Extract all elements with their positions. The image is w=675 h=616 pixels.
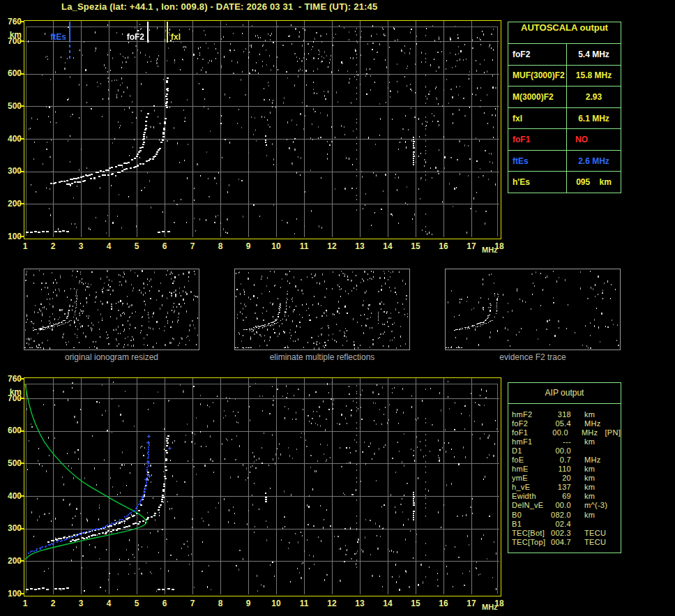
y-tick-mark-100 xyxy=(20,236,24,237)
aip-param-unit: MHz xyxy=(571,419,601,428)
aip-row-yme: ymE20km xyxy=(508,474,621,483)
x-tick-label-6: 6 xyxy=(162,241,167,251)
x-tick-label-1: 1 xyxy=(23,599,28,608)
aip-param-value: 004.7 xyxy=(549,538,571,546)
aip-row-b0: B0082.0km xyxy=(508,510,621,519)
aip-output-table: AIP output hmF2318kmfoF205.4MHzfoF100.0M… xyxy=(508,382,621,553)
aip-row-fof2: foF205.4MHz xyxy=(508,419,621,428)
y-tick-mark-200 xyxy=(20,203,24,204)
x-tick-label-12: 12 xyxy=(327,241,336,251)
aip-param-unit: km xyxy=(571,483,595,491)
x-tick-label-16: 16 xyxy=(439,241,448,251)
x-tick-label-2: 2 xyxy=(51,241,56,251)
y-tick-mark-600 xyxy=(20,430,24,432)
x-tick-label-15: 15 xyxy=(411,241,420,251)
y-axis-unit-label: km xyxy=(0,30,22,40)
y-tick-label-300: 300 xyxy=(0,166,22,176)
x-tick-label-9: 9 xyxy=(246,599,251,608)
aip-param-name: TEC[Bot] xyxy=(508,529,549,537)
aip-row-tecbot: TEC[Bot]002.3TECU xyxy=(508,528,621,537)
y-tick-mark-400 xyxy=(20,495,24,497)
aip-param-name: D1 xyxy=(508,446,549,455)
aip-row-tectop: TEC[Top]004.7TECU xyxy=(508,537,621,546)
aip-param-name: DelN_vE xyxy=(508,501,549,509)
aip-row-hme: hmE110km xyxy=(508,465,621,474)
x-tick-label-17: 17 xyxy=(467,599,476,608)
autoscala-param-value: NO xyxy=(567,129,621,150)
x-tick-label-7: 7 xyxy=(190,599,195,608)
y-tick-mark-760 xyxy=(20,378,24,380)
aip-param-name: foF1 xyxy=(508,428,547,437)
autoscala-row-fof1: foF1NO xyxy=(508,129,621,151)
x-tick-label-17: 17 xyxy=(467,241,476,251)
fxi-marker-line xyxy=(167,22,168,43)
aip-param-value: 110 xyxy=(549,465,571,473)
autoscala-row-fxi: fxI6.1 MHz xyxy=(508,108,621,130)
aip-param-unit: km xyxy=(571,410,595,419)
aip-param-value: 00.0 xyxy=(549,501,571,509)
autoscala-param-value: 2.6 MHz xyxy=(567,151,621,172)
x-tick-label-10: 10 xyxy=(271,599,280,608)
thumbnail-evidence-canvas xyxy=(446,269,620,350)
aip-row-delnve: DelN_vE00.0m^(-3) xyxy=(508,501,621,510)
x-tick-label-4: 4 xyxy=(107,241,112,251)
x-tick-label-11: 11 xyxy=(300,599,309,608)
y-tick-mark-700 xyxy=(20,398,24,399)
aip-param-value: 082.0 xyxy=(549,511,571,519)
aip-row-fof1: foF100.0MHz[PN] xyxy=(508,428,621,437)
aip-table-header: AIP output xyxy=(508,383,621,404)
aip-param-unit: km xyxy=(571,511,595,519)
thumbnail-caption-eliminate: eliminate multiple reflections xyxy=(234,352,410,362)
autoscala-output-table: AUTOSCALA output foF25.4 MHzMUF(3000)F21… xyxy=(508,22,621,193)
station-title: La_Spezia (lat: +44.1 , lon: 009.8) - DA… xyxy=(61,1,377,12)
autoscala-table-header: AUTOSCALA output xyxy=(508,22,621,44)
autoscala-table-body: foF25.4 MHzMUF(3000)F215.8 MHzM(3000)F22… xyxy=(508,44,621,193)
thumbnail-eliminate-reflections xyxy=(234,269,410,350)
autoscala-param-label: foF2 xyxy=(508,44,567,65)
x-axis-unit-label: MHz xyxy=(482,603,498,611)
x-tick-label-4: 4 xyxy=(107,599,112,608)
y-tick-label-200: 200 xyxy=(0,199,22,209)
y-tick-label-500: 500 xyxy=(0,101,22,111)
aip-param-unit: TECU xyxy=(571,538,606,546)
aip-param-name: foE xyxy=(508,456,549,464)
aip-param-value: 0.7 xyxy=(549,456,571,464)
y-tick-mark-300 xyxy=(20,171,24,172)
autoscala-param-label: M(3000)F2 xyxy=(508,87,567,107)
thumbnail-evidence-f2 xyxy=(445,269,621,350)
y-tick-mark-500 xyxy=(20,463,24,464)
aip-param-name: ymE xyxy=(508,474,549,482)
y-tick-mark-760 xyxy=(20,21,24,22)
aip-param-value: 00.0 xyxy=(549,446,571,455)
x-tick-label-13: 13 xyxy=(355,241,364,251)
aip-param-name: hmF2 xyxy=(508,410,549,419)
autoscala-param-label: h'Es xyxy=(508,172,567,193)
aip-row-d1: D100.0 xyxy=(508,446,621,455)
y-tick-label-100: 100 xyxy=(0,232,22,241)
aip-row-hve: h_vE137km xyxy=(508,483,621,492)
autoscala-param-value: 15.8 MHz xyxy=(567,66,621,87)
y-tick-mark-600 xyxy=(20,73,24,75)
aip-row-hmf1: hmF1---km xyxy=(508,437,621,446)
aip-param-name: B0 xyxy=(508,511,549,519)
autoscala-param-value: 5.4 MHz xyxy=(567,44,621,65)
autoscala-param-label: MUF(3000)F2 xyxy=(508,66,567,87)
aip-table-body: hmF2318kmfoF205.4MHzfoF100.0MHz[PN]hmF1-… xyxy=(508,404,621,546)
x-tick-label-2: 2 xyxy=(51,599,56,608)
ftes-marker-line xyxy=(69,22,70,43)
fxi-marker-label: fxI xyxy=(171,32,181,42)
y-tick-label-400: 400 xyxy=(0,134,22,144)
y-tick-mark-400 xyxy=(20,138,24,140)
x-tick-label-8: 8 xyxy=(218,599,223,608)
thumbnail-caption-original: original ionogram resized xyxy=(24,352,199,362)
aip-param-name: foF2 xyxy=(508,419,549,428)
ionogram-main-canvas xyxy=(24,21,499,237)
y-axis-unit-label: km xyxy=(0,387,22,397)
autoscala-row-hes: h'Es095 km xyxy=(508,172,621,193)
x-tick-label-3: 3 xyxy=(79,599,84,608)
x-tick-label-12: 12 xyxy=(327,599,336,608)
aip-param-value: --- xyxy=(549,437,571,446)
x-tick-label-10: 10 xyxy=(271,241,280,251)
x-tick-label-5: 5 xyxy=(135,599,139,608)
aip-param-name: Ewidth xyxy=(508,492,549,500)
